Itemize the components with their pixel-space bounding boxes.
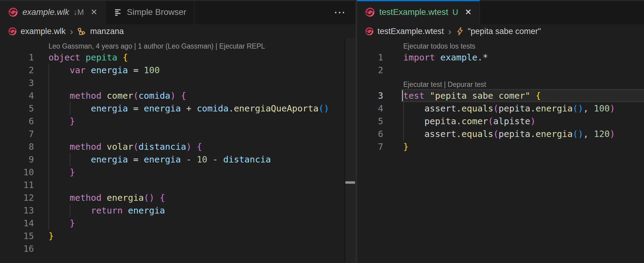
token-pl <box>49 142 70 152</box>
line-number[interactable]: 12 <box>0 191 34 204</box>
line-number[interactable]: 2 <box>357 64 383 77</box>
line-number[interactable]: 7 <box>357 140 383 153</box>
line-number[interactable]: 3 <box>0 77 34 89</box>
line-number[interactable]: 1 <box>0 51 34 64</box>
code-line-10[interactable]: 10 } <box>0 166 356 179</box>
line-number[interactable]: 9 <box>0 153 34 166</box>
code-line-3[interactable]: 3 <box>0 77 356 89</box>
token-pl: - <box>181 154 197 165</box>
code-line-4[interactable]: 4 assert.equals(pepita.energia(), 100) <box>357 102 644 115</box>
token-pl <box>403 116 424 126</box>
more-actions-button[interactable]: ⋯ <box>334 6 345 18</box>
breadcrumb-file[interactable]: testExample.wtest <box>377 27 444 36</box>
code-line-2[interactable]: 2 <box>357 64 644 77</box>
code-line-7[interactable]: 7} <box>357 140 644 153</box>
code-line-5[interactable]: 5 energia = energia + comida.energiaQueA… <box>0 102 356 115</box>
token-pl <box>176 91 181 101</box>
line-number[interactable]: 14 <box>0 217 34 230</box>
line-number[interactable]: 6 <box>0 115 34 128</box>
token-b2: } <box>70 167 75 177</box>
line-number[interactable]: 8 <box>0 140 34 153</box>
codelens-link[interactable]: Ejecutar test <box>403 80 442 88</box>
code-line-15[interactable]: 15} <box>0 230 356 242</box>
line-number[interactable]: 11 <box>0 179 34 191</box>
line-number[interactable]: 13 <box>0 204 34 217</box>
line-number[interactable]: 4 <box>357 102 383 115</box>
code-text: return energia <box>49 204 165 217</box>
token-pl: - <box>207 154 223 165</box>
code-line-7[interactable]: 7 <box>0 128 356 140</box>
code-line-11[interactable]: 11 <box>0 179 356 191</box>
code-text: pepita.comer(alpiste) <box>403 115 536 128</box>
close-tab-button[interactable]: ✕ <box>91 7 98 17</box>
code-line-4[interactable]: 4 method comer(comida) { <box>0 89 356 102</box>
code-line-16[interactable]: 16 <box>0 242 356 255</box>
codelens-link[interactable]: Ejecutar REPL <box>219 42 265 50</box>
code-line-1[interactable]: 1object pepita { <box>0 51 356 64</box>
token-vr: energia <box>144 103 181 114</box>
line-number[interactable]: 7 <box>0 128 34 140</box>
breadcrumb-file[interactable]: example.wlk <box>21 27 66 36</box>
close-tab-button[interactable]: ✕ <box>465 7 472 17</box>
line-number[interactable]: 5 <box>0 102 34 115</box>
code-text: method volar(distancia) { <box>49 140 202 153</box>
line-number[interactable]: 2 <box>0 64 34 77</box>
code-line-2[interactable]: 2 var energia = 100 <box>0 64 356 77</box>
codelens-link[interactable]: Depurar test <box>448 80 486 88</box>
token-b3: () <box>573 129 583 139</box>
editor-group-sash[interactable] <box>356 0 357 263</box>
tab-bar-top-border <box>0 0 356 1</box>
code-line-13[interactable]: 13 return energia <box>0 204 356 217</box>
code-line-12[interactable]: 12 method energia() { <box>0 191 356 204</box>
token-pl: . <box>456 129 461 139</box>
line-number[interactable]: 3 <box>357 89 383 102</box>
line-number[interactable]: 1 <box>357 51 383 64</box>
codelens: Ejecutar todos los tests <box>403 38 475 51</box>
token-vr: distancia <box>223 154 271 165</box>
token-pl <box>154 193 159 203</box>
line-number[interactable]: 4 <box>0 89 34 102</box>
token-pl <box>403 129 424 139</box>
line-number[interactable]: 5 <box>357 115 383 128</box>
chevron-right-icon: › <box>448 26 451 36</box>
code-line-8[interactable]: 8 method volar(distancia) { <box>0 140 356 153</box>
active-tab-indicator <box>357 0 480 1</box>
tab-example-wlk[interactable]: example.wlk ↓M ✕ <box>0 0 106 24</box>
code-line-6[interactable]: 6 assert.equals(pepita.energia(), 120) <box>357 128 644 140</box>
code-line-6[interactable]: 6 } <box>0 115 356 128</box>
token-fn: energia <box>536 129 573 139</box>
breadcrumb-symbol[interactable]: manzana <box>90 27 124 36</box>
line-number[interactable]: 16 <box>0 242 34 255</box>
code-line-14[interactable]: 14 } <box>0 217 356 230</box>
token-b2: ( <box>493 103 498 114</box>
token-pl <box>122 205 128 216</box>
token-pl: = <box>128 154 144 165</box>
token-fn: energia <box>107 193 144 203</box>
scrollbar-track[interactable] <box>345 38 356 263</box>
code-line-3[interactable]: 3test "pepita sabe comer" { <box>357 89 644 102</box>
token-pl: + <box>181 103 197 114</box>
code-line-9[interactable]: 9 energia = energia - 10 - distancia <box>0 153 356 166</box>
token-kw: test <box>403 91 424 101</box>
editor-group-left: example.wlk ↓M ✕ Simple Browser ⋯ exampl… <box>0 0 356 263</box>
token-pl: . <box>229 103 234 114</box>
token-pl <box>435 52 440 63</box>
code-line-5[interactable]: 5 pepita.comer(alpiste) <box>357 115 644 128</box>
breadcrumb-symbol[interactable]: "pepita sabe comer" <box>468 27 541 36</box>
code-editor-left[interactable]: Leo Gassman, 4 years ago | 1 author (Leo… <box>0 38 356 263</box>
token-kw: return <box>91 205 123 216</box>
code-editor-right[interactable]: Ejecutar todos los tests1import example.… <box>357 38 644 263</box>
code-text: } <box>49 115 75 128</box>
code-text: test "pepita sabe comer" { <box>403 89 541 102</box>
tab-simple-browser[interactable]: Simple Browser <box>106 0 194 24</box>
tab-testexample-wtest[interactable]: testExample.wtest U ✕ <box>357 0 480 24</box>
codelens-text: | <box>442 80 448 88</box>
line-number[interactable]: 6 <box>357 128 383 140</box>
line-number[interactable]: 10 <box>0 166 34 179</box>
code-line-1[interactable]: 1import example.* <box>357 51 644 64</box>
line-number[interactable]: 15 <box>0 230 34 242</box>
scrollbar-handle[interactable] <box>345 181 355 184</box>
codelens-link[interactable]: Ejecutar todos los tests <box>403 42 475 50</box>
token-ty: pepita <box>86 52 117 63</box>
codelens: Ejecutar test | Depurar test <box>403 77 486 89</box>
